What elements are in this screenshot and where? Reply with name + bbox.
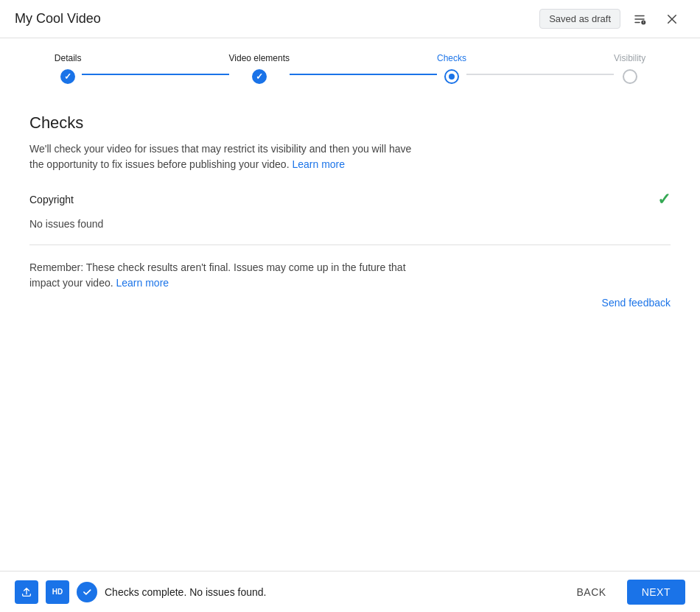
send-feedback-link[interactable]: Send feedback	[29, 297, 671, 309]
svg-rect-4	[643, 21, 644, 22]
step-checks[interactable]: Checks	[437, 53, 466, 84]
connector-2	[290, 74, 437, 75]
step-checks-circle	[444, 69, 459, 84]
step-visibility-circle	[623, 69, 637, 84]
description-body: We'll check your video for issues that m…	[29, 143, 411, 170]
divider	[29, 245, 671, 245]
alert-icon	[633, 13, 646, 26]
step-details[interactable]: Details ✓	[55, 53, 82, 84]
footer-status: Checks complete. No issues found.	[105, 586, 266, 598]
step-video-elements-label: Video elements	[229, 53, 290, 63]
footer-left: HD Checks complete. No issues found.	[15, 580, 266, 604]
back-button[interactable]: BACK	[565, 580, 618, 604]
saved-draft-badge: Saved as draft	[539, 9, 620, 29]
header: My Cool Video Saved as draft	[0, 0, 700, 38]
copyright-header: Copyright ✓	[29, 190, 671, 215]
close-icon	[665, 13, 679, 26]
svg-rect-0	[634, 15, 645, 16]
next-button[interactable]: NEXT	[627, 580, 685, 605]
connector-1	[82, 74, 229, 75]
footer: HD Checks complete. No issues found. BAC…	[0, 571, 700, 612]
complete-check-icon	[77, 582, 97, 602]
alert-icon-button[interactable]	[626, 6, 653, 32]
step-video-elements[interactable]: Video elements ✓	[229, 53, 290, 84]
reminder-body: Remember: These check results aren't fin…	[29, 261, 406, 289]
upload-icon	[15, 580, 38, 604]
copyright-section: Copyright ✓ No issues found	[29, 190, 671, 230]
copyright-title: Copyright	[29, 194, 74, 205]
svg-rect-1	[634, 18, 645, 20]
reminder-learn-more-link[interactable]: Learn more	[116, 277, 169, 289]
step-details-circle: ✓	[60, 69, 75, 84]
description-text: We'll check your video for issues that m…	[29, 141, 413, 172]
footer-right: BACK NEXT	[565, 580, 685, 605]
main-content: Checks We'll check your video for issues…	[0, 96, 700, 571]
close-button[interactable]	[659, 6, 685, 32]
hd-icon: HD	[46, 580, 69, 604]
step-visibility[interactable]: Visibility	[614, 53, 645, 84]
step-video-elements-circle: ✓	[252, 69, 267, 84]
page-title: My Cool Video	[15, 11, 101, 27]
copyright-status: No issues found	[29, 218, 671, 230]
reminder-text: Remember: These check results aren't fin…	[29, 260, 413, 291]
header-actions: Saved as draft	[539, 6, 685, 32]
step-details-label: Details	[55, 53, 82, 63]
copyright-check-icon: ✓	[657, 190, 671, 209]
svg-rect-2	[634, 21, 640, 23]
step-visibility-label: Visibility	[614, 53, 645, 63]
step-checks-label: Checks	[437, 53, 466, 63]
stepper: Details ✓ Video elements ✓ Checks Visibi…	[0, 38, 700, 96]
section-title: Checks	[29, 113, 671, 133]
svg-point-5	[643, 23, 644, 24]
learn-more-link[interactable]: Learn more	[292, 158, 345, 170]
connector-3	[466, 74, 614, 75]
